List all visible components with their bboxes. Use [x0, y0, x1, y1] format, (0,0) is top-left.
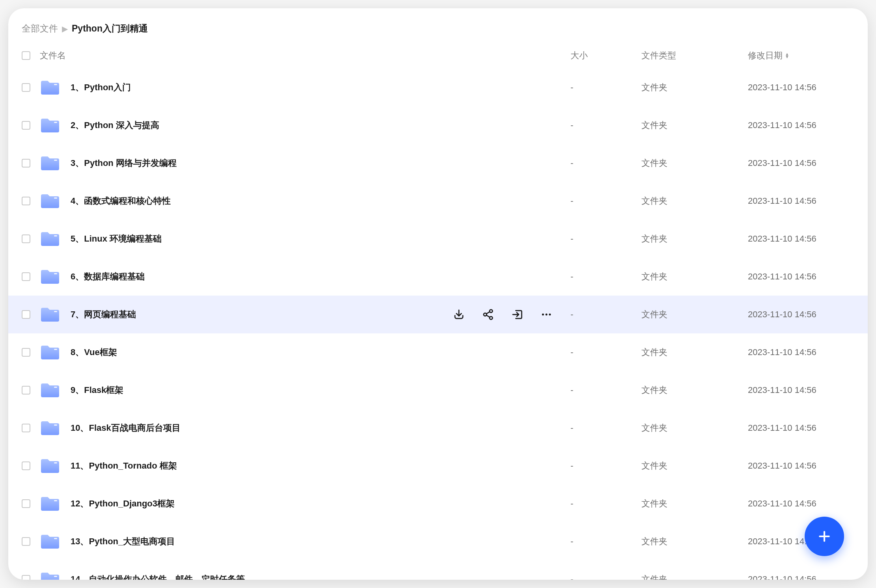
file-date: 2023-11-10 14:56 [748, 423, 854, 433]
table-row[interactable]: 10、Flask百战电商后台项目 - 文件夹 2023-11-10 14:56 [8, 409, 868, 447]
file-size: - [570, 158, 641, 168]
file-size: - [570, 499, 641, 509]
column-header-type[interactable]: 文件类型 [641, 50, 748, 61]
file-name[interactable]: 14、自动化操作办公软件、邮件、定时任务等 [71, 573, 245, 580]
table-row[interactable]: 11、Python_Tornado 框架 - 文件夹 2023-11-10 14… [8, 447, 868, 485]
table-row[interactable]: 1、Python入门 - 文件夹 2023-11-10 14:56 [8, 69, 868, 106]
file-size: - [570, 196, 641, 206]
file-type: 文件夹 [641, 498, 748, 510]
file-date: 2023-11-10 14:56 [748, 120, 854, 130]
svg-point-14 [549, 314, 551, 316]
select-all-checkbox[interactable] [22, 51, 30, 60]
svg-rect-5 [54, 273, 57, 274]
row-checkbox[interactable] [22, 234, 30, 243]
file-type: 文件夹 [641, 82, 748, 93]
svg-rect-15 [54, 349, 57, 350]
svg-rect-2 [54, 160, 57, 161]
file-name[interactable]: 6、数据库编程基础 [71, 271, 145, 283]
svg-line-10 [486, 312, 490, 314]
file-size: - [570, 423, 641, 433]
file-name[interactable]: 11、Python_Tornado 框架 [71, 460, 177, 472]
row-checkbox[interactable] [22, 386, 30, 394]
folder-icon [40, 458, 60, 474]
row-checkbox[interactable] [22, 121, 30, 130]
file-name[interactable]: 12、Python_Django3框架 [71, 498, 175, 510]
svg-point-13 [546, 314, 548, 316]
file-name[interactable]: 8、Vue框架 [71, 346, 117, 358]
svg-rect-17 [54, 424, 57, 426]
file-date: 2023-11-10 14:56 [748, 385, 854, 395]
file-date: 2023-11-10 14:56 [748, 234, 854, 244]
file-name[interactable]: 7、网页编程基础 [71, 309, 136, 320]
folder-icon [40, 495, 60, 512]
table-row[interactable]: 14、自动化操作办公软件、邮件、定时任务等 - 文件夹 2023-11-10 1… [8, 560, 868, 580]
row-checkbox[interactable] [22, 575, 30, 580]
column-header-name[interactable]: 文件名 [36, 50, 452, 61]
row-checkbox[interactable] [22, 348, 30, 357]
table-row[interactable]: 13、Python_大型电商项目 - 文件夹 2023-11-10 14:56 [8, 523, 868, 560]
file-name[interactable]: 9、Flask框架 [71, 384, 124, 396]
file-size: - [570, 120, 641, 130]
file-name[interactable]: 1、Python入门 [71, 82, 131, 93]
svg-rect-6 [54, 311, 57, 312]
file-name[interactable]: 3、Python 网络与并发编程 [71, 157, 177, 169]
table-row[interactable]: 3、Python 网络与并发编程 - 文件夹 2023-11-10 14:56 [8, 144, 868, 182]
file-type: 文件夹 [641, 384, 748, 396]
table-row[interactable]: 12、Python_Django3框架 - 文件夹 2023-11-10 14:… [8, 485, 868, 523]
more-button[interactable] [540, 308, 553, 321]
row-checkbox[interactable] [22, 197, 30, 205]
file-date: 2023-11-10 14:56 [748, 196, 854, 206]
table-row[interactable]: 8、Vue框架 - 文件夹 2023-11-10 14:56 [8, 333, 868, 371]
row-checkbox[interactable] [22, 159, 30, 167]
file-type: 文件夹 [641, 119, 748, 131]
table-row[interactable]: 2、Python 深入与提高 - 文件夹 2023-11-10 14:56 [8, 106, 868, 144]
row-checkbox[interactable] [22, 310, 30, 319]
folder-icon [40, 306, 60, 323]
file-date: 2023-11-10 14:56 [748, 499, 854, 509]
file-type: 文件夹 [641, 233, 748, 245]
column-header-size[interactable]: 大小 [570, 50, 641, 61]
row-checkbox[interactable] [22, 272, 30, 281]
file-name[interactable]: 10、Flask百战电商后台项目 [71, 422, 181, 434]
move-button[interactable] [511, 308, 524, 321]
file-name[interactable]: 4、函数式编程和核心特性 [71, 195, 171, 207]
svg-point-12 [542, 314, 544, 316]
file-size: - [570, 272, 641, 282]
add-button[interactable] [805, 517, 844, 556]
row-checkbox[interactable] [22, 461, 30, 470]
folder-icon [40, 344, 60, 361]
table-row[interactable]: 5、Linux 环境编程基础 - 文件夹 2023-11-10 14:56 [8, 220, 868, 258]
file-date: 2023-11-10 14:56 [748, 574, 854, 580]
svg-rect-0 [54, 84, 57, 85]
row-checkbox[interactable] [22, 83, 30, 92]
file-type: 文件夹 [641, 422, 748, 434]
folder-icon [40, 571, 60, 580]
file-list: 1、Python入门 - 文件夹 2023-11-10 14:56 2、Pyth… [8, 69, 868, 580]
folder-icon [40, 533, 60, 550]
file-size: - [570, 536, 641, 547]
row-checkbox[interactable] [22, 499, 30, 508]
file-type: 文件夹 [641, 157, 748, 169]
column-header-date[interactable]: 修改日期 ▲▼ [748, 50, 854, 61]
file-size: - [570, 234, 641, 244]
table-row[interactable]: 6、数据库编程基础 - 文件夹 2023-11-10 14:56 [8, 258, 868, 296]
download-button[interactable] [452, 308, 466, 321]
folder-icon [40, 268, 60, 285]
folder-icon [40, 79, 60, 96]
svg-rect-20 [54, 538, 57, 539]
row-checkbox[interactable] [22, 424, 30, 432]
folder-icon [40, 420, 60, 436]
file-type: 文件夹 [641, 195, 748, 207]
file-name[interactable]: 2、Python 深入与提高 [71, 119, 159, 131]
table-row[interactable]: 9、Flask框架 - 文件夹 2023-11-10 14:56 [8, 371, 868, 409]
file-name[interactable]: 5、Linux 环境编程基础 [71, 233, 162, 245]
row-checkbox[interactable] [22, 537, 30, 546]
table-row[interactable]: 7、网页编程基础 - 文件夹 2023-11-10 14:56 [8, 296, 868, 333]
share-button[interactable] [481, 308, 495, 321]
breadcrumb-root[interactable]: 全部文件 [22, 22, 58, 35]
table-row[interactable]: 4、函数式编程和核心特性 - 文件夹 2023-11-10 14:56 [8, 182, 868, 220]
folder-icon [40, 117, 60, 134]
file-name[interactable]: 13、Python_大型电商项目 [71, 536, 175, 547]
file-type: 文件夹 [641, 460, 748, 472]
file-size: - [570, 347, 641, 357]
